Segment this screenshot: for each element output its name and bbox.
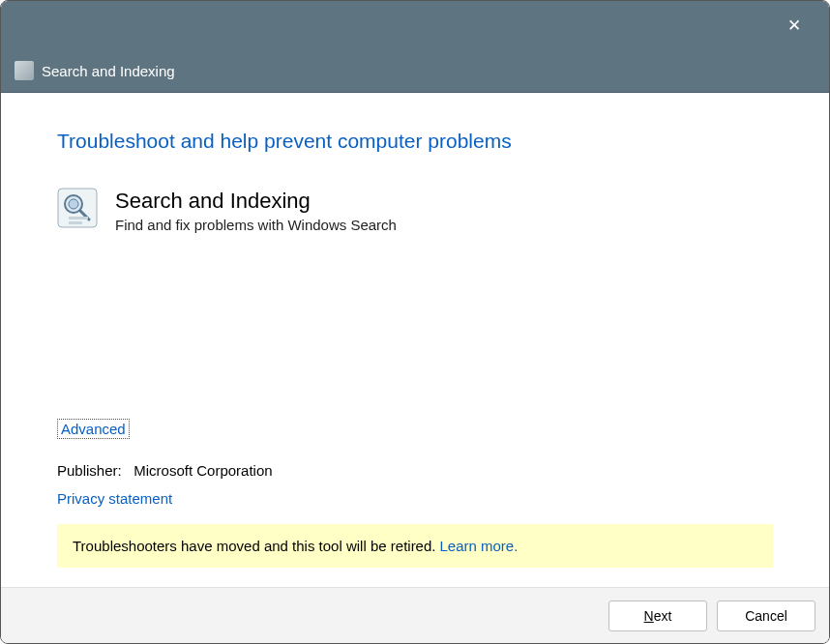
- learn-more-link[interactable]: Learn more.: [439, 538, 518, 554]
- svg-rect-5: [69, 221, 82, 224]
- publisher-value: Microsoft Corporation: [133, 462, 272, 479]
- window-header: Search and Indexing: [1, 49, 829, 93]
- next-mnemonic: N: [644, 608, 654, 624]
- close-icon[interactable]: ✕: [777, 8, 812, 43]
- troubleshooter-subtitle: Find and fix problems with Windows Searc…: [115, 217, 397, 233]
- retirement-notice: Troubleshooters have moved and this tool…: [57, 524, 773, 568]
- titlebar: ✕: [1, 1, 829, 49]
- publisher-label: Publisher:: [57, 462, 122, 479]
- svg-point-2: [69, 199, 78, 209]
- page-heading: Troubleshoot and help prevent computer p…: [57, 130, 773, 153]
- troubleshooter-title: Search and Indexing: [115, 188, 397, 215]
- content-area: Troubleshoot and help prevent computer p…: [1, 93, 829, 587]
- troubleshooter-texts: Search and Indexing Find and fix problem…: [115, 188, 397, 233]
- dialog-footer: Next Cancel: [1, 587, 829, 643]
- close-glyph: ✕: [787, 15, 801, 36]
- svg-rect-4: [69, 217, 88, 220]
- troubleshooter-summary: Search and Indexing Find and fix problem…: [57, 188, 773, 233]
- next-rest: ext: [654, 608, 672, 624]
- publisher-row: Publisher: Microsoft Corporation: [57, 462, 773, 479]
- privacy-statement-link[interactable]: Privacy statement: [57, 490, 172, 507]
- troubleshooter-header-icon: [15, 61, 34, 80]
- next-button[interactable]: Next: [608, 600, 707, 631]
- search-indexing-icon: [57, 188, 98, 228]
- notice-text: Troubleshooters have moved and this tool…: [73, 538, 435, 554]
- advanced-link[interactable]: Advanced: [57, 419, 130, 439]
- cancel-button[interactable]: Cancel: [717, 600, 815, 631]
- window-title: Search and Indexing: [42, 63, 175, 79]
